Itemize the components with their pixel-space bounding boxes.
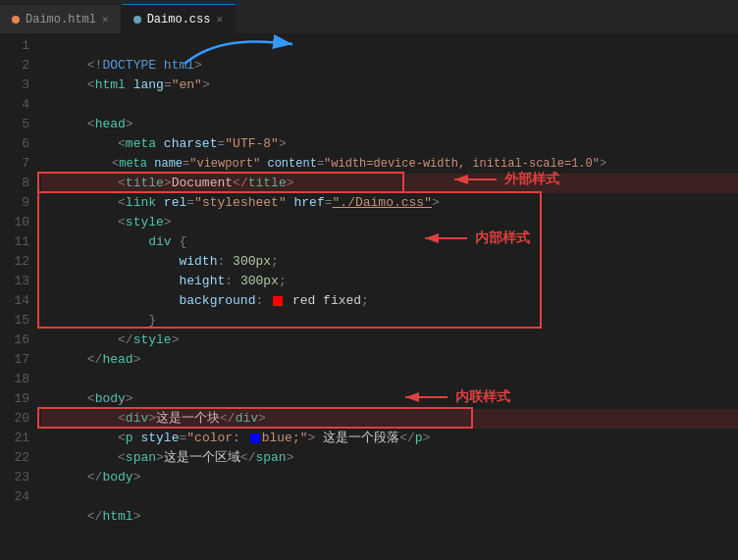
tab-css[interactable]: Daimo.css ✕: [122, 4, 236, 33]
code-line-2: <html lang="en">: [41, 56, 738, 76]
css-tab-close[interactable]: ✕: [216, 13, 223, 25]
line-numbers: 12345 678910 1112131415 1617181920 21222…: [0, 34, 37, 560]
code-line-9: <style>: [41, 193, 738, 213]
css-tab-label: Daimo.css: [147, 13, 211, 26]
code-line-19: <div>这是一个块</div>: [41, 389, 738, 409]
code-line-8: <link rel="stylesheet" href="./Daimo.css…: [41, 174, 738, 193]
code-line-17: [41, 350, 738, 370]
tab-html[interactable]: Daimo.html ✕: [0, 4, 122, 33]
tab-bar: Daimo.html ✕ Daimo.css ✕: [0, 0, 738, 34]
code-line-1: <!DOCTYPE html>: [41, 36, 738, 56]
code-line-3: [41, 76, 738, 95]
html-tab-close[interactable]: ✕: [102, 13, 109, 25]
code-area: <!DOCTYPE html> <html lang="en"> <head> …: [37, 34, 738, 560]
code-line-13: background: red fixed;: [41, 272, 738, 291]
code-line-15: </style>: [41, 311, 738, 331]
html-tab-label: Daimo.html: [26, 13, 96, 26]
code-line-22: </body>: [41, 448, 738, 468]
css-tab-icon: [133, 16, 141, 24]
code-line-24: </html>: [41, 487, 738, 507]
code-line-18: <body>: [41, 370, 738, 389]
html-tab-icon: [12, 16, 20, 24]
code-line-7: <title>Document</title>: [41, 154, 738, 174]
code-line-20: <p style="color: blue;"> 这是一个段落</p>: [41, 409, 738, 429]
code-line-10: div {: [41, 213, 738, 232]
code-line-6: <meta name="viewport" content="width=dev…: [41, 134, 738, 154]
code-line-21: <span>这是一个区域</span>: [41, 429, 738, 448]
code-line-23: [41, 468, 738, 487]
editor: 12345 678910 1112131415 1617181920 21222…: [0, 34, 738, 560]
code-line-11: width: 300px;: [41, 232, 738, 252]
code-line-12: height: 300px;: [41, 252, 738, 272]
code-line-16: </head>: [41, 331, 738, 350]
code-line-5: <meta charset="UTF-8">: [41, 115, 738, 134]
code-line-14: }: [41, 291, 738, 311]
code-line-4: <head>: [41, 95, 738, 115]
